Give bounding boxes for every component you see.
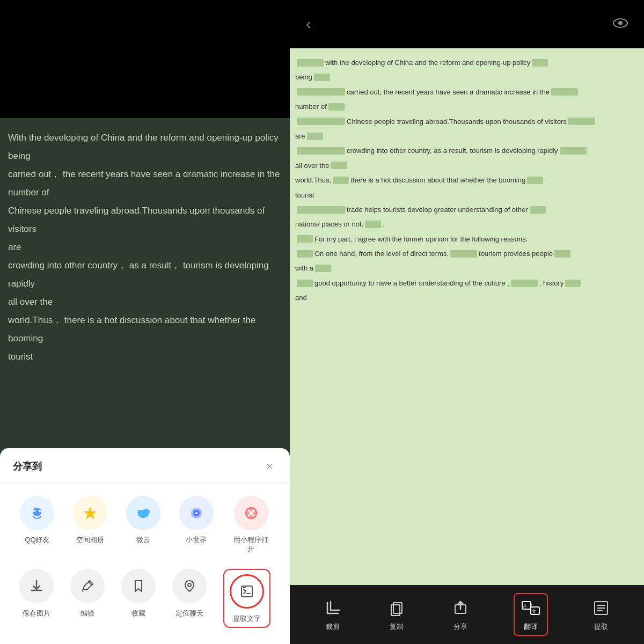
svg-point-18 bbox=[618, 21, 623, 25]
right-header: ‹ bbox=[290, 0, 644, 48]
action-save[interactable]: 保存图片 bbox=[19, 569, 54, 628]
extract-label: 提取文字 bbox=[233, 614, 261, 624]
share-icon bbox=[450, 597, 471, 619]
translate-icon: A 文 bbox=[520, 597, 541, 619]
weiyun-label: 微云 bbox=[136, 536, 150, 545]
copy-label: 复制 bbox=[390, 622, 404, 632]
edit-label: 编辑 bbox=[80, 609, 94, 618]
right-toolbar: 裁剪 复制 分享 bbox=[290, 585, 644, 644]
locate-label: 定位聊天 bbox=[175, 609, 203, 618]
svg-point-9 bbox=[195, 512, 197, 514]
eye-icon[interactable] bbox=[613, 17, 628, 32]
edit-icon bbox=[70, 569, 105, 603]
left-panel: With the developing of China and the ref… bbox=[0, 0, 290, 644]
action-collect[interactable]: 收藏 bbox=[121, 569, 156, 628]
svg-text:A: A bbox=[523, 603, 526, 609]
crop-icon bbox=[322, 597, 343, 619]
doc-line-8: all over the bbox=[295, 159, 639, 172]
left-line-8: all over the bbox=[8, 293, 282, 311]
doc-line-17: and bbox=[295, 291, 639, 304]
toolbar-extract[interactable]: 提取 bbox=[590, 597, 612, 632]
save-label: 保存图片 bbox=[23, 609, 50, 618]
share-actions-row: 保存图片 编辑 收藏 定位聊天 bbox=[0, 565, 290, 633]
doc-line-4: number of bbox=[295, 100, 639, 113]
extract-icon bbox=[230, 574, 264, 609]
save-icon bbox=[19, 569, 54, 603]
left-line-4: number of bbox=[8, 184, 282, 202]
action-edit[interactable]: 编辑 bbox=[70, 569, 105, 628]
qq-label: QQ好友 bbox=[25, 536, 49, 545]
svg-text:文: 文 bbox=[532, 609, 536, 614]
locate-icon bbox=[172, 569, 207, 603]
svg-point-1 bbox=[33, 510, 35, 512]
share-weiyun-item[interactable]: 微云 bbox=[126, 496, 160, 554]
doc-line-13: For my part, I agree with the former opi… bbox=[295, 233, 639, 245]
collect-label: 收藏 bbox=[131, 609, 145, 618]
crop-label: 裁剪 bbox=[326, 622, 340, 632]
svg-point-0 bbox=[33, 508, 41, 516]
qzone-label: 空间相册 bbox=[76, 536, 104, 545]
toolbar-copy[interactable]: 复制 bbox=[386, 597, 407, 632]
share-dialog-title: 分享到 bbox=[13, 460, 42, 473]
mini-icon bbox=[234, 496, 268, 530]
doc-line-15: with a bbox=[295, 262, 639, 274]
share-qq-item[interactable]: QQ好友 bbox=[20, 496, 54, 554]
toolbar-share[interactable]: 分享 bbox=[450, 597, 471, 632]
weiyun-icon bbox=[126, 496, 160, 530]
qzone-icon bbox=[73, 496, 107, 530]
left-text-content: With the developing of China and the ref… bbox=[0, 118, 290, 377]
doc-line-16: good opportunity to have a better unders… bbox=[295, 277, 639, 289]
doc-line-12: nations/ places or not. . bbox=[295, 218, 639, 230]
left-line-10: tourist bbox=[8, 348, 282, 366]
svg-point-15 bbox=[188, 583, 191, 587]
doc-line-7: crowding into other country, as a result… bbox=[295, 144, 639, 157]
doc-line-5: Chinese people traveling abroad.Thousand… bbox=[295, 115, 639, 128]
xiaoshijie-icon bbox=[179, 496, 214, 530]
left-line-3: carried out， the recent years have seen … bbox=[8, 165, 282, 184]
action-locate[interactable]: 定位聊天 bbox=[172, 569, 207, 628]
right-panel: ‹ with the developing of China and the r… bbox=[290, 0, 644, 644]
svg-point-6 bbox=[142, 509, 150, 515]
share-qzone-item[interactable]: 空间相册 bbox=[73, 496, 107, 554]
collect-icon bbox=[121, 569, 156, 603]
left-line-2: being bbox=[8, 147, 282, 165]
right-doc-area: with the developing of China and the ref… bbox=[290, 48, 644, 585]
share-label: 分享 bbox=[453, 622, 467, 632]
doc-line-2: being bbox=[295, 71, 639, 83]
black-bar-top bbox=[0, 0, 290, 118]
share-dialog-header: 分享到 × bbox=[0, 448, 290, 483]
left-line-7: crowding into other country， as a result… bbox=[8, 257, 282, 293]
action-extract[interactable]: 提取文字 bbox=[223, 569, 270, 628]
share-mini-item[interactable]: 用小程序打开 bbox=[232, 496, 270, 554]
translate-label: 翻译 bbox=[524, 622, 538, 632]
toolbar-translate[interactable]: A 文 翻译 bbox=[514, 593, 548, 636]
toolbar-crop[interactable]: 裁剪 bbox=[322, 597, 343, 632]
close-button[interactable]: × bbox=[262, 459, 277, 474]
back-button[interactable]: ‹ bbox=[306, 16, 311, 33]
xiaoshijie-label: 小世界 bbox=[186, 536, 207, 545]
doc-line-3: carried out, the recent years have seen … bbox=[295, 86, 639, 98]
doc-line-9: world.Thus, there is a hot discussion ab… bbox=[295, 174, 639, 186]
doc-line-14: On one hand, from the level of direct te… bbox=[295, 247, 639, 260]
left-line-9: world.Thus， there is a hot discussion ab… bbox=[8, 311, 282, 348]
share-icons-row: QQ好友 空间相册 微云 小世界 bbox=[0, 483, 290, 565]
left-line-6: are bbox=[8, 238, 282, 257]
svg-line-14 bbox=[82, 589, 83, 591]
qq-icon bbox=[20, 496, 54, 530]
doc-line-6: are bbox=[295, 130, 639, 142]
doc-line-10: tourist bbox=[295, 189, 639, 201]
extract-label: 提取 bbox=[594, 622, 608, 632]
svg-point-2 bbox=[39, 510, 41, 512]
extract-tb-icon bbox=[590, 597, 612, 619]
share-dialog: 分享到 × QQ好友 空间相册 微云 bbox=[0, 448, 290, 644]
svg-marker-3 bbox=[84, 507, 97, 519]
left-line-5: Chinese people traveling abroad.Thousand… bbox=[8, 202, 282, 238]
mini-label: 用小程序打开 bbox=[232, 536, 270, 554]
doc-line-11: trade helps tourists develop greater und… bbox=[295, 203, 639, 216]
copy-icon bbox=[386, 597, 407, 619]
share-xiaoshijie-item[interactable]: 小世界 bbox=[179, 496, 214, 554]
left-line-1: With the developing of China and the ref… bbox=[8, 129, 282, 147]
doc-line-1: with the developing of China and the ref… bbox=[295, 56, 639, 69]
